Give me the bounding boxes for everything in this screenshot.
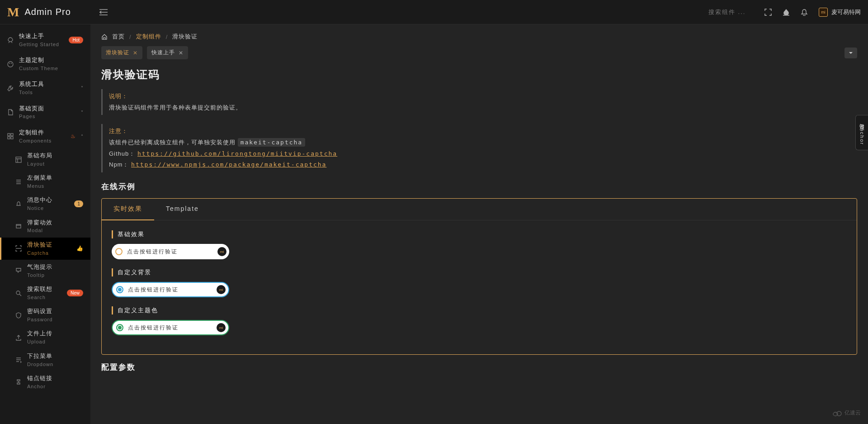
sidebar-item-custom-theme[interactable]: 主题定制Custom Theme bbox=[0, 52, 90, 76]
sidebar-item-modal[interactable]: 弹窗动效Modal bbox=[0, 215, 90, 238]
breadcrumb: 首页 / 定制组件 / 滑块验证 bbox=[90, 24, 868, 46]
bell-icon bbox=[15, 201, 22, 207]
count-badge: 1 bbox=[74, 200, 83, 207]
home-icon bbox=[101, 33, 108, 40]
logo-icon: M bbox=[7, 5, 19, 19]
breadcrumb-mid[interactable]: 定制组件 bbox=[136, 33, 161, 41]
badge: New bbox=[67, 290, 83, 296]
close-icon[interactable]: ✕ bbox=[133, 50, 138, 56]
captcha-btn-bg[interactable]: 点击按钮进行验证 mi bbox=[112, 282, 229, 297]
svg-rect-8 bbox=[16, 157, 21, 162]
sidebar-item-upload[interactable]: 文件上传Upload bbox=[0, 326, 90, 348]
sidebar-item-getting-started[interactable]: 快速上手Getting StartedHot bbox=[0, 28, 90, 52]
sidebar-item-components[interactable]: 定制组件Components♨˄ bbox=[0, 124, 90, 148]
chevron-down-icon: ˅ bbox=[81, 86, 83, 91]
modal-icon bbox=[15, 223, 22, 229]
svg-point-1 bbox=[8, 62, 13, 67]
sidebar-item-notice[interactable]: 消息中心Notice1 bbox=[0, 193, 90, 215]
sidebar-item-tools[interactable]: 系统工具Tools˅ bbox=[0, 76, 90, 100]
demo-label-bg: 自定义背景 bbox=[112, 268, 847, 276]
shield-icon bbox=[15, 312, 22, 319]
anchor-handle[interactable]: 锚点 Anchor bbox=[855, 115, 868, 150]
captcha-btn-color[interactable]: 点击按钮进行验证 mi bbox=[112, 320, 229, 335]
content: 首页 / 定制组件 / 滑块验证 滑块验证✕快速上手✕ 滑块验证码 说明： 滑块… bbox=[90, 24, 868, 424]
close-icon[interactable]: ✕ bbox=[179, 50, 184, 56]
page-title: 滑块验证码 bbox=[101, 67, 857, 82]
page-tab[interactable]: 快速上手✕ bbox=[147, 46, 188, 59]
svg-rect-11 bbox=[17, 380, 20, 381]
svg-point-10 bbox=[16, 291, 20, 295]
header: M Admin Pro mi 麦可易特网 bbox=[0, 0, 868, 24]
svg-rect-7 bbox=[11, 137, 13, 139]
palette-icon bbox=[7, 61, 14, 67]
rocket-icon bbox=[7, 37, 14, 43]
logo[interactable]: M Admin Pro bbox=[7, 5, 90, 19]
captcha-logo-icon: mi bbox=[217, 247, 226, 256]
sidebar-item-password[interactable]: 密码设置Password bbox=[0, 304, 90, 326]
dropdown-icon bbox=[15, 357, 22, 363]
captcha-logo-icon: mi bbox=[217, 285, 226, 294]
sidebar-item-layout[interactable]: 基础布局Layout bbox=[0, 148, 90, 171]
username: 麦可易特网 bbox=[831, 8, 861, 16]
svg-rect-0 bbox=[783, 15, 789, 16]
sidebar-item-captcha[interactable]: 滑块验证Captcha👍 bbox=[0, 238, 90, 260]
pkg-name: makeit-captcha bbox=[238, 138, 306, 147]
svg-rect-4 bbox=[8, 133, 10, 136]
chevron-down-icon: ˅ bbox=[81, 110, 83, 115]
anchor-icon bbox=[15, 379, 22, 385]
tooltip-icon bbox=[15, 267, 22, 274]
search-input[interactable] bbox=[708, 9, 754, 15]
sidebar-item-pages[interactable]: 基础页面Pages˅ bbox=[0, 100, 90, 124]
upload-icon bbox=[15, 334, 22, 341]
svg-point-3 bbox=[11, 63, 12, 64]
demo-tab-template[interactable]: Template bbox=[154, 199, 211, 220]
info-desc: 说明： 滑块验证码组件常用于各种表单提交前的验证。 bbox=[101, 89, 857, 115]
sidebar-item-anchor[interactable]: 锚点链接Anchor bbox=[0, 371, 90, 393]
info-note: 注意： 该组件已经剥离成独立组件，可单独安装使用 makeit-captcha … bbox=[101, 124, 857, 172]
tabs-more-button[interactable] bbox=[844, 48, 857, 58]
menu-icon bbox=[15, 179, 22, 185]
svg-rect-6 bbox=[8, 137, 10, 139]
sidebar-item-menus[interactable]: 左侧菜单Menus bbox=[0, 171, 90, 193]
npm-link[interactable]: https://www.npmjs.com/package/makeit-cap… bbox=[131, 161, 326, 168]
fullscreen-icon[interactable] bbox=[764, 9, 772, 16]
demo-card: 实时效果 Template 基础效果 点击按钮进行验证 mi 自定义背景 bbox=[101, 198, 857, 355]
chevron-up-icon: ˄ bbox=[81, 134, 83, 139]
github-link[interactable]: https://github.com/lirongtong/miitvip-ca… bbox=[137, 150, 337, 157]
svg-point-2 bbox=[9, 63, 10, 64]
user-menu[interactable]: mi 麦可易特网 bbox=[819, 8, 861, 17]
page-icon bbox=[7, 109, 14, 115]
demo-label-color: 自定义主题色 bbox=[112, 306, 847, 314]
sidebar-item-tooltip[interactable]: 气泡提示Tooltip bbox=[0, 260, 90, 282]
layout-icon bbox=[15, 157, 22, 163]
collapse-menu-icon[interactable] bbox=[99, 9, 108, 16]
page-tabs: 滑块验证✕快速上手✕ bbox=[90, 46, 868, 64]
sidebar-item-search[interactable]: 搜索联想SearchNew bbox=[0, 282, 90, 304]
breadcrumb-cur: 滑块验证 bbox=[172, 33, 198, 41]
svg-rect-9 bbox=[16, 224, 21, 228]
radar-icon bbox=[116, 286, 123, 293]
comp-icon bbox=[7, 133, 14, 139]
tool-icon bbox=[7, 85, 14, 91]
sidebar: 快速上手Getting StartedHot主题定制Custom Theme系统… bbox=[0, 24, 90, 424]
watermark: 亿速云 bbox=[833, 409, 861, 417]
badge: Hot bbox=[69, 37, 83, 43]
svg-rect-5 bbox=[11, 133, 13, 136]
theme-icon[interactable] bbox=[783, 9, 790, 16]
captcha-btn-basic[interactable]: 点击按钮进行验证 mi bbox=[112, 244, 229, 259]
scan-icon bbox=[15, 245, 22, 252]
bell-icon[interactable] bbox=[801, 9, 808, 16]
avatar: mi bbox=[819, 8, 828, 17]
search-icon bbox=[15, 290, 22, 296]
thumbs-up-icon: 👍 bbox=[76, 245, 83, 252]
page-tab[interactable]: 滑块验证✕ bbox=[101, 46, 142, 59]
section-config-title: 配置参数 bbox=[101, 362, 857, 372]
radar-icon bbox=[116, 324, 123, 331]
section-demo-title: 在线示例 bbox=[101, 181, 857, 192]
captcha-logo-icon: mi bbox=[217, 323, 226, 332]
fire-icon: ♨ bbox=[71, 133, 75, 139]
logo-text: Admin Pro bbox=[24, 7, 71, 17]
sidebar-item-dropdown[interactable]: 下拉菜单Dropdown bbox=[0, 349, 90, 371]
demo-tab-live[interactable]: 实时效果 bbox=[102, 199, 154, 220]
breadcrumb-home[interactable]: 首页 bbox=[112, 33, 125, 41]
